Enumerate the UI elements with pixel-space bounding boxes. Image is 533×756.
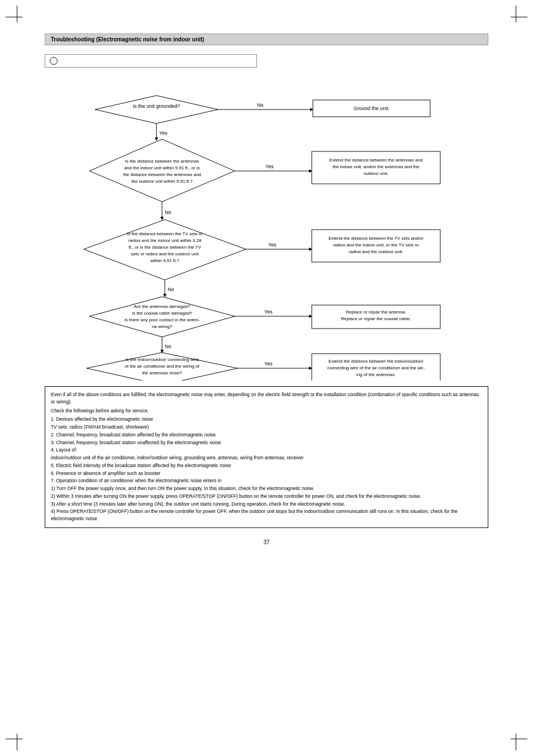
svg-rect-42 (312, 305, 440, 329)
svg-text:the indoor unit, and/or the an: the indoor unit, and/or the antennas and… (332, 164, 420, 169)
svg-rect-29 (312, 230, 440, 262)
notes-item: 2) Within 3 minutes after turning ON the… (51, 493, 482, 500)
svg-text:within 9.91 ft.?: within 9.91 ft.? (150, 258, 179, 263)
svg-text:the antennas close?: the antennas close? (142, 370, 182, 375)
circle-icon (50, 57, 58, 65)
svg-rect-15 (312, 151, 440, 184)
header-bar: Troubleshooting (Electromagnetic noise f… (45, 34, 488, 45)
svg-text:radios and the outdoor unit.: radios and the outdoor unit. (349, 249, 403, 254)
svg-text:Yes: Yes (268, 242, 277, 248)
svg-text:Is the distance between the TV: Is the distance between the TV sets or (127, 231, 203, 236)
notes-item: 3) After a short time (3 minutes later a… (51, 501, 482, 508)
svg-text:Is the coaxial cable damaged?: Is the coaxial cable damaged? (132, 311, 193, 316)
header-title: Troubleshooting (Electromagnetic noise f… (51, 36, 204, 42)
svg-rect-4 (313, 100, 430, 117)
svg-text:Is there any poor contact in t: Is there any poor contact in the anten- (125, 317, 200, 322)
notes-item: TV sets, radios (FM/AM broadcast, shortw… (51, 424, 482, 431)
svg-text:of the air conditioner and the: of the air conditioner and the wiring of (125, 364, 199, 369)
svg-text:Yes: Yes (264, 309, 273, 315)
svg-text:No: No (168, 287, 174, 292)
svg-marker-8 (89, 139, 235, 202)
flowchart-area: Is the unit grounded? No Ground the unit… (45, 79, 488, 381)
svg-text:No: No (165, 210, 172, 215)
svg-text:and the indoor unit within 9.9: and the indoor unit within 9.91 ft., or … (124, 165, 199, 170)
notes-item: 7. Operation condition of air conditione… (51, 477, 482, 484)
svg-text:Are the antennas damaged?: Are the antennas damaged? (134, 304, 191, 309)
flowchart-svg: Is the unit grounded? No Ground the unit… (45, 79, 492, 381)
svg-marker-21 (84, 220, 246, 280)
page-number: 37 (45, 539, 488, 545)
notes-box: Even if all of the above conditions are … (45, 386, 488, 528)
svg-marker-47 (87, 353, 237, 381)
svg-text:Yes: Yes (159, 130, 168, 136)
subheader-row (45, 54, 257, 68)
svg-text:Is the unit grounded?: Is the unit grounded? (133, 103, 180, 109)
notes-item: 4) Press OPERATE/STOP (ON/OFF) button on… (51, 508, 482, 522)
svg-text:Ground the unit.: Ground the unit. (354, 106, 390, 111)
svg-text:Yes: Yes (264, 361, 273, 367)
svg-text:radios and the indoor unit, or: radios and the indoor unit, or the TV se… (333, 243, 419, 248)
svg-text:Extend the distance between th: Extend the distance between the indoor/o… (329, 359, 423, 364)
svg-text:sets or radios and the outdoor: sets or radios and the outdoor unit (131, 251, 199, 256)
notes-item: indoor/outdoor unit of the air condition… (51, 454, 482, 462)
notes-item: 2. Channel, frequency, broadcast station… (51, 431, 482, 439)
svg-text:Is the indoor/outdoor connecti: Is the indoor/outdoor connecting wire (125, 357, 199, 362)
svg-text:radios and the indoor unit wit: radios and the indoor unit within 3.28 (129, 238, 202, 243)
svg-text:Is the distance between the an: Is the distance between the antennas (125, 159, 199, 164)
svg-text:connecting wire of the air con: connecting wire of the air conditioner a… (327, 365, 425, 370)
notes-item: 1) Turn OFF the power supply once, and t… (51, 485, 482, 492)
svg-text:the distance between the anten: the distance between the antennas and (123, 172, 201, 177)
svg-text:Replace or repair the antenna.: Replace or repair the antenna. (346, 310, 406, 315)
notes-item: 4. Layout of: (51, 446, 482, 454)
notes-item: 5. Electric field intensity of the broad… (51, 462, 482, 469)
svg-text:Replace or repair the coaxial : Replace or repair the coaxial cable. (341, 316, 411, 321)
notes-item: 1. Devices affected by the electromagnet… (51, 416, 482, 423)
notes-intro: Even if all of the above conditions are … (51, 391, 482, 406)
notes-items: 1. Devices affected by the electromagnet… (51, 416, 482, 522)
notes-item: 6. Presence or absence of amplifier such… (51, 470, 482, 477)
svg-text:Extend the distance between th: Extend the distance between the TV sets … (329, 236, 424, 241)
svg-text:Yes: Yes (265, 164, 274, 169)
notes-item: 3. Channel, frequency, broadcast station… (51, 439, 482, 446)
svg-text:No: No (165, 344, 172, 349)
svg-marker-35 (89, 297, 235, 337)
svg-rect-53 (312, 354, 440, 381)
svg-text:outdoor unit.: outdoor unit. (364, 171, 388, 176)
svg-marker-0 (95, 96, 218, 123)
svg-text:the outdoor unit within 9.91 f: the outdoor unit within 9.91 ft.? (131, 179, 193, 184)
svg-text:Extend the distance between th: Extend the distance between the antennas… (330, 158, 423, 163)
svg-text:na wiring?: na wiring? (152, 324, 173, 329)
svg-text:No: No (257, 102, 264, 108)
svg-text:ft., or is the distance betwee: ft., or is the distance between the TV (129, 245, 201, 250)
svg-text:ing of the antennas.: ing of the antennas. (356, 372, 396, 377)
notes-check-label: Check the followings before asking for s… (51, 407, 482, 415)
